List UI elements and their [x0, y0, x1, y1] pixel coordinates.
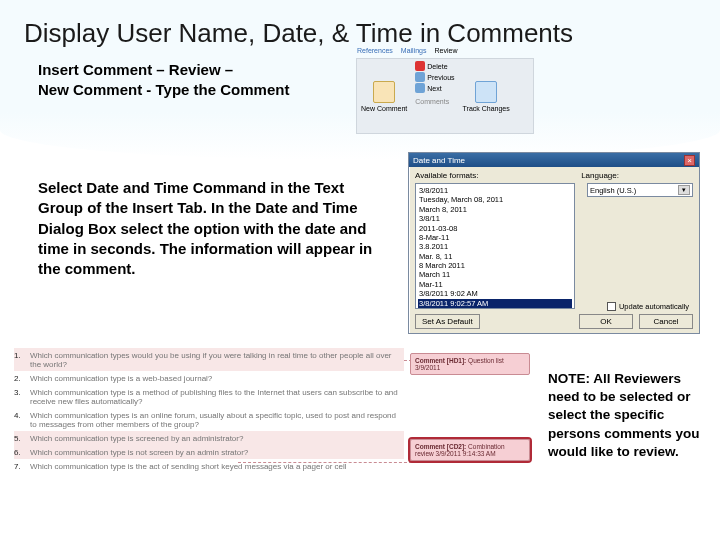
- tab-references[interactable]: References: [357, 47, 393, 54]
- question-text: Which communication type is screened by …: [30, 434, 404, 443]
- ok-button[interactable]: OK: [579, 314, 633, 329]
- body-text: Select Date and Time Command in the Text…: [38, 178, 388, 279]
- format-option[interactable]: 8-Mar-11: [418, 233, 572, 242]
- close-icon[interactable]: ×: [684, 155, 695, 166]
- question-number: 6.: [14, 448, 24, 457]
- note-text: NOTE: All Reviewers need to be selected …: [548, 370, 700, 461]
- question-number: 4.: [14, 411, 24, 429]
- format-option[interactable]: Tuesday, March 08, 2011: [418, 195, 572, 204]
- format-option[interactable]: 9:02 AM: [418, 308, 572, 309]
- track-changes-icon: [475, 81, 497, 103]
- subtitle-line2: New Comment - Type the Comment: [38, 81, 289, 98]
- question-number: 2.: [14, 374, 24, 383]
- question-text: Which communication type is the act of s…: [30, 462, 404, 471]
- question-text: Which communication types is an online f…: [30, 411, 404, 429]
- format-option[interactable]: 2011-03-08: [418, 224, 572, 233]
- update-auto-label: Update automatically: [619, 302, 689, 311]
- cancel-button[interactable]: Cancel: [639, 314, 693, 329]
- date-time-dialog: Date and Time × Available formats: Langu…: [408, 152, 700, 334]
- format-option[interactable]: Mar-11: [418, 280, 572, 289]
- comment-author: Comment [HD1]:: [415, 357, 466, 364]
- question-number: 5.: [14, 434, 24, 443]
- page-title: Display User Name, Date, & Time in Comme…: [24, 18, 573, 49]
- language-select[interactable]: English (U.S.) ▾: [587, 183, 693, 197]
- tab-mailings[interactable]: Mailings: [401, 47, 427, 54]
- question-row: 4.Which communication types is an online…: [14, 408, 404, 431]
- format-option[interactable]: 3.8.2011: [418, 242, 572, 251]
- question-row: 1.Which communication types would you be…: [14, 348, 404, 371]
- comment-balloon[interactable]: Comment [CD2]: Combination review 3/9/20…: [410, 439, 530, 461]
- track-changes-label: Track Changes: [463, 105, 510, 112]
- question-row: 2.Which communication type is a web-base…: [14, 371, 404, 385]
- update-auto-checkbox[interactable]: Update automatically: [607, 302, 689, 311]
- tab-review[interactable]: Review: [434, 47, 457, 54]
- question-text: Which communication type is a web-based …: [30, 374, 404, 383]
- delete-label: Delete: [427, 63, 447, 70]
- questions-excerpt: 1.Which communication types would you be…: [14, 348, 404, 473]
- formats-listbox[interactable]: 3/8/2011Tuesday, March 08, 2011March 8, …: [415, 183, 575, 309]
- chevron-down-icon: ▾: [678, 185, 690, 195]
- format-option[interactable]: March 11: [418, 270, 572, 279]
- format-option[interactable]: 3/8/11: [418, 214, 572, 223]
- ribbon-snippet: References Mailings Review New Comment D…: [356, 58, 534, 134]
- subtitle-line1: Insert Comment – Review –: [38, 61, 233, 78]
- subtitle: Insert Comment – Review – New Comment - …: [38, 60, 289, 99]
- next-label: Next: [427, 85, 441, 92]
- note-bold: NOTE:: [548, 371, 590, 386]
- format-option[interactable]: 3/8/2011 9:02 AM: [418, 289, 572, 298]
- question-row: 6.Which communication type is not screen…: [14, 445, 404, 459]
- comment-author: Comment [CD2]:: [415, 443, 466, 450]
- format-option[interactable]: 8 March 2011: [418, 261, 572, 270]
- question-text: Which communication types would you be u…: [30, 351, 404, 369]
- new-comment-icon: [373, 81, 395, 103]
- question-number: 3.: [14, 388, 24, 406]
- format-option[interactable]: Mar. 8, 11: [418, 252, 572, 261]
- question-number: 1.: [14, 351, 24, 369]
- language-value: English (U.S.): [590, 186, 636, 195]
- previous-label: Previous: [427, 74, 454, 81]
- question-row: 7.Which communication type is the act of…: [14, 459, 404, 473]
- question-number: 7.: [14, 462, 24, 471]
- next-button[interactable]: Next: [415, 83, 441, 93]
- format-option[interactable]: 3/8/2011 9:02:57 AM: [418, 299, 572, 308]
- question-text: Which communication type is not screen b…: [30, 448, 404, 457]
- dialog-title: Date and Time: [413, 156, 465, 165]
- checkbox-box: [607, 302, 616, 311]
- ribbon-group-label: Comments: [415, 98, 449, 105]
- format-option[interactable]: March 8, 2011: [418, 205, 572, 214]
- set-default-button[interactable]: Set As Default: [415, 314, 480, 329]
- previous-button[interactable]: Previous: [415, 72, 454, 82]
- new-comment-label: New Comment: [361, 105, 407, 112]
- question-row: 5.Which communication type is screened b…: [14, 431, 404, 445]
- formats-label: Available formats:: [415, 171, 693, 180]
- format-option[interactable]: 3/8/2011: [418, 186, 572, 195]
- language-label: Language:: [581, 171, 619, 180]
- new-comment-button[interactable]: New Comment: [357, 59, 411, 133]
- delete-icon: [415, 61, 425, 71]
- next-icon: [415, 83, 425, 93]
- comment-balloon[interactable]: Comment [HD1]: Question list 3/9/2011: [410, 353, 530, 375]
- track-changes-button[interactable]: Track Changes: [459, 59, 514, 133]
- previous-icon: [415, 72, 425, 82]
- question-text: Which communication type is a method of …: [30, 388, 404, 406]
- question-row: 3.Which communication type is a method o…: [14, 385, 404, 408]
- delete-button[interactable]: Delete: [415, 61, 447, 71]
